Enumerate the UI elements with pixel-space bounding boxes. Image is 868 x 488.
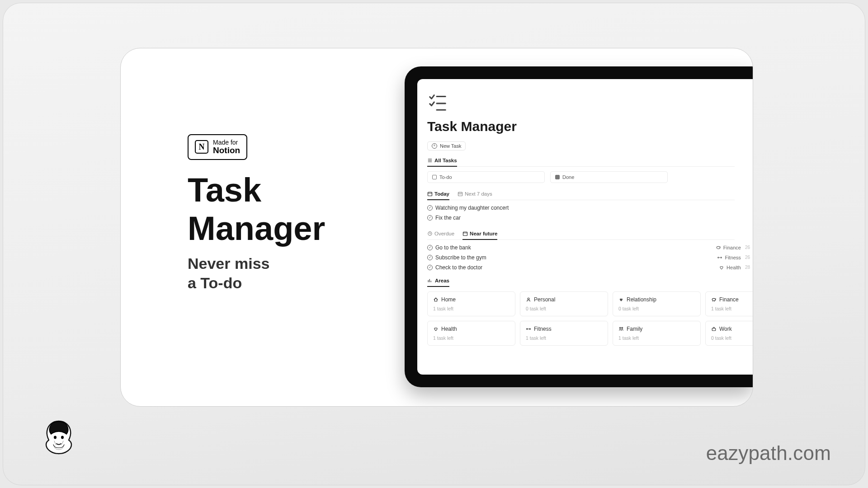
status-todo[interactable]: To-do: [427, 171, 545, 183]
tab-near-future[interactable]: Near future: [462, 229, 497, 240]
svg-point-10: [54, 436, 56, 438]
area-name: Health: [441, 326, 457, 332]
check-circle-icon[interactable]: ✓: [427, 255, 433, 260]
svg-rect-0: [428, 192, 432, 196]
task-label: Go to the bank: [435, 244, 471, 251]
tab-overdue[interactable]: Overdue: [427, 229, 454, 239]
svg-point-8: [622, 327, 623, 328]
badge-line1: Made for: [213, 139, 240, 146]
area-card-personal[interactable]: Personal0 task left: [520, 291, 608, 316]
check-circle-icon[interactable]: ✓: [427, 205, 433, 211]
dumbbell-icon: [717, 255, 722, 260]
clock-alert-icon: [427, 231, 433, 236]
list-icon: [427, 158, 433, 163]
promo-subtitle: Never miss a To-do: [188, 254, 325, 293]
notion-logo-icon: N: [195, 140, 208, 154]
author-avatar: [40, 418, 78, 463]
area-name: Work: [719, 326, 732, 332]
area-name: Finance: [719, 296, 739, 303]
area-card-work[interactable]: Work0 task left: [705, 321, 753, 346]
tab-areas[interactable]: Areas: [427, 276, 449, 287]
heart2-icon: [618, 297, 624, 302]
check-circle-icon[interactable]: ✓: [427, 265, 433, 270]
area-sub: 0 task left: [618, 306, 695, 311]
checklist-icon: [427, 92, 448, 113]
tab-all-tasks[interactable]: All Tasks: [427, 156, 457, 167]
family-icon: [618, 326, 624, 332]
svg-rect-3: [463, 232, 467, 235]
svg-point-5: [528, 298, 529, 300]
tab-next-7-days[interactable]: Next 7 days: [458, 189, 492, 200]
svg-rect-9: [712, 328, 716, 330]
task-label: Watching my daughter concert: [435, 205, 509, 211]
new-task-button[interactable]: + New Task: [427, 141, 466, 150]
heart-icon: [433, 326, 439, 332]
brief-icon: [711, 326, 717, 332]
chart-bar-icon: [427, 278, 433, 283]
svg-point-11: [61, 436, 63, 438]
future-task-list: ✓Go to the bank Finance26 ✓Subscribe to …: [427, 243, 753, 272]
task-label: Fix the car: [435, 215, 461, 221]
area-card-family[interactable]: Family1 task left: [613, 321, 701, 346]
area-card-health[interactable]: Health1 task left: [427, 321, 515, 346]
area-sub: 0 task left: [526, 306, 602, 311]
area-card-finance[interactable]: Finance1 task left: [705, 291, 753, 316]
area-name: Family: [627, 326, 642, 332]
heart-icon: [719, 265, 724, 270]
task-row[interactable]: ✓Subscribe to the gym Fitness26: [427, 253, 753, 263]
task-row[interactable]: ✓Go to the bank Finance26: [427, 243, 753, 253]
check-circle-icon[interactable]: ✓: [427, 215, 433, 221]
tablet-frame: Task Manager + New Task All Tasks: [405, 66, 753, 387]
svg-point-4: [717, 246, 720, 249]
check-square-icon: [555, 175, 560, 179]
area-sub: 1 task left: [433, 306, 509, 311]
task-row[interactable]: ✓Check to the doctor Health28: [427, 263, 753, 272]
made-for-notion-badge: N Made for Notion: [188, 134, 247, 160]
home-icon: [433, 297, 439, 302]
brand-name: eazypath.com: [706, 442, 831, 465]
page-title: Task Manager: [427, 119, 753, 134]
app-screen: Task Manager + New Task All Tasks: [417, 79, 753, 375]
area-sub: 0 task left: [711, 335, 753, 341]
new-task-label: New Task: [440, 143, 461, 149]
area-card-relationship[interactable]: Relationship0 task left: [613, 291, 701, 316]
calendar-range-icon: [458, 191, 463, 197]
status-done[interactable]: Done: [550, 171, 668, 183]
svg-point-7: [619, 327, 621, 328]
area-name: Relationship: [627, 296, 656, 303]
calendar-icon: [427, 191, 433, 197]
tab-today[interactable]: Today: [427, 189, 449, 200]
square-icon: [432, 175, 437, 179]
task-label: Check to the doctor: [435, 264, 482, 271]
area-name: Home: [441, 296, 456, 303]
task-label: Subscribe to the gym: [435, 254, 486, 261]
task-row[interactable]: ✓Fix the car: [427, 213, 753, 223]
plus-circle-icon: +: [432, 143, 437, 149]
promo-card: N Made for Notion Task Manager Never mis…: [120, 48, 753, 407]
task-row[interactable]: ✓Watching my daughter concert: [427, 203, 753, 213]
area-sub: 1 task left: [711, 306, 753, 311]
svg-rect-1: [458, 192, 462, 196]
area-card-home[interactable]: Home1 task left: [427, 291, 515, 316]
person-icon: [526, 297, 531, 302]
areas-grid: Home1 task leftPersonal0 task leftRelati…: [427, 291, 753, 346]
piggy-icon: [711, 297, 717, 302]
calendar-icon: [462, 231, 468, 236]
badge-line2: Notion: [213, 146, 240, 155]
check-circle-icon[interactable]: ✓: [427, 245, 433, 250]
dumbbell-icon: [526, 326, 531, 332]
area-name: Personal: [534, 296, 555, 303]
promo-title: Task Manager: [188, 171, 325, 248]
area-card-fitness[interactable]: Fitness1 task left: [520, 321, 608, 346]
piggy-bank-icon: [716, 245, 721, 250]
area-sub: 1 task left: [618, 335, 695, 341]
area-sub: 1 task left: [433, 335, 509, 341]
area-name: Fitness: [534, 326, 552, 332]
area-sub: 1 task left: [526, 335, 602, 341]
